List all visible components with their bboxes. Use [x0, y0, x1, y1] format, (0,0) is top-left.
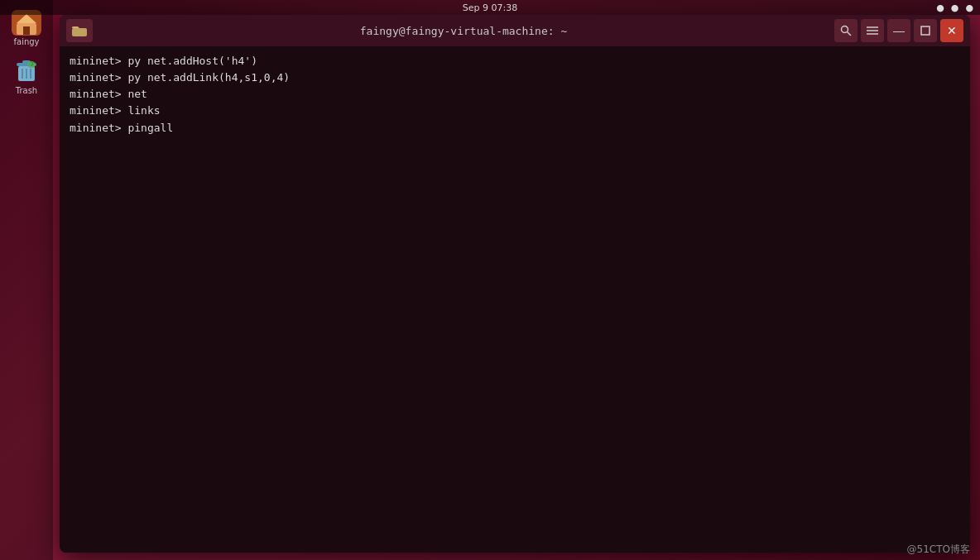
close-button[interactable]: ✕ — [940, 19, 963, 42]
folder-icon — [72, 25, 87, 36]
titlebar-left — [66, 19, 93, 42]
minimize-button[interactable]: — — [887, 19, 910, 42]
taskbar-item-trash[interactable]: Trash — [5, 53, 48, 96]
taskbar-faingy-label: faingy — [13, 37, 39, 46]
svg-point-9 — [27, 61, 36, 68]
titlebar-controls: — ✕ — [834, 19, 963, 42]
terminal-titlebar: faingy@faingy-virtual-machine: ~ — — [60, 15, 970, 46]
maximize-icon — [920, 26, 930, 36]
svg-rect-2 — [23, 26, 30, 35]
svg-rect-17 — [921, 26, 930, 35]
svg-rect-11 — [72, 28, 87, 36]
search-button[interactable] — [834, 19, 858, 42]
terminal-line — [70, 153, 960, 170]
svg-line-13 — [848, 32, 852, 36]
maximize-button[interactable] — [914, 19, 937, 42]
terminal-line: mininet> net — [70, 86, 960, 103]
topbar-right: ● ● ● — [936, 2, 973, 13]
terminal-body[interactable]: mininet> py net.addHost('h4') mininet> p… — [60, 46, 970, 553]
terminal-title: faingy@faingy-virtual-machine: ~ — [93, 25, 834, 37]
terminal-line — [70, 136, 960, 153]
folder-button[interactable] — [66, 19, 93, 42]
svg-point-12 — [842, 26, 848, 33]
svg-marker-1 — [17, 14, 36, 23]
terminal-window: faingy@faingy-virtual-machine: ~ — — [60, 15, 970, 553]
clock: Sep 9 07:38 — [463, 2, 517, 13]
trash-icon — [12, 55, 41, 84]
system-topbar: Sep 9 07:38 ● ● ● — [0, 0, 980, 15]
terminal-line: mininet> py net.addLink(h4,s1,0,4) — [70, 69, 960, 86]
taskbar: faingy Trash — [0, 0, 53, 560]
terminal-line: mininet> py net.addHost('h4') — [70, 53, 960, 69]
status-bar: @51CTO博客 — [897, 539, 980, 560]
menu-button[interactable] — [861, 19, 884, 42]
minimize-icon: — — [893, 24, 905, 37]
status-label: @51CTO博客 — [907, 543, 970, 555]
close-icon: ✕ — [947, 24, 957, 37]
search-icon — [840, 25, 852, 36]
menu-icon — [867, 26, 878, 36]
terminal-line — [70, 170, 960, 186]
terminal-line: mininet> links — [70, 103, 960, 119]
taskbar-trash-label: Trash — [16, 86, 37, 95]
terminal-line: mininet> pingall — [70, 120, 960, 136]
